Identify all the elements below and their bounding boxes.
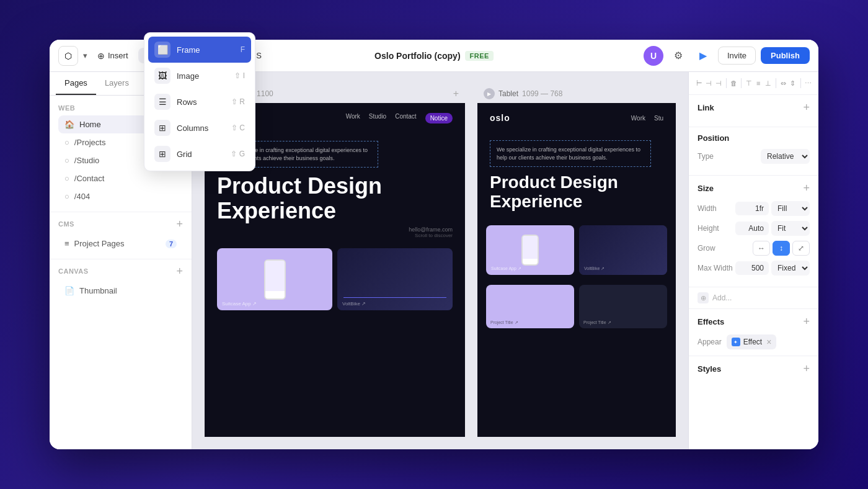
tablet-portfolio-nav: oslo Work Stu bbox=[477, 103, 676, 133]
tablet-size-range: 1099 — 768 bbox=[522, 89, 562, 98]
dropdown-columns-label: Columns bbox=[177, 123, 192, 133]
tablet-frame-wrapper: ▶ Tablet 1099 — 768 oslo Work Stu bbox=[477, 84, 676, 437]
grow-btn-shrink[interactable]: ↔ bbox=[753, 241, 770, 256]
nav-contact: Contact bbox=[395, 113, 416, 123]
nav-projects-label: /Projects bbox=[74, 138, 106, 147]
effect-label: Effect bbox=[743, 338, 762, 346]
nav-item-contact[interactable]: ○ /Contact bbox=[58, 169, 183, 187]
insert-label: Insert bbox=[108, 51, 128, 60]
columns-icon: ⊞ bbox=[154, 120, 170, 136]
size-section-title: Size bbox=[698, 184, 714, 193]
styles-add-btn[interactable]: + bbox=[803, 362, 810, 375]
max-width-mode-select[interactable]: Fixed Fill bbox=[771, 261, 810, 276]
play-button[interactable]: ▶ bbox=[693, 46, 713, 66]
canvas-area[interactable]: ▶ Desktop 1100 + oslo Work Studio Contac… bbox=[192, 72, 688, 449]
position-section-title: Position bbox=[698, 133, 729, 143]
tablet-proj-label-4: Project Title ↗ bbox=[583, 320, 611, 325]
nav-studio: Studio bbox=[369, 113, 386, 123]
align-right-btn[interactable]: ⊣ bbox=[714, 77, 723, 89]
delete-btn[interactable]: 🗑 bbox=[730, 77, 738, 89]
insert-button[interactable]: ⊕ Insert bbox=[91, 48, 135, 64]
max-width-input[interactable] bbox=[735, 261, 769, 275]
max-width-label: Max Width bbox=[698, 264, 733, 272]
effects-add-btn[interactable]: + bbox=[803, 315, 810, 328]
tablet-hero-subtitle-box: We specialize in crafting exceptional di… bbox=[490, 140, 651, 167]
circle-icon: ○ bbox=[64, 138, 69, 147]
hero-title: Product Design Experience bbox=[217, 174, 453, 223]
align-center-h-btn[interactable]: ⊣ bbox=[705, 77, 714, 89]
distribute-v-btn[interactable]: ⇕ bbox=[789, 77, 797, 89]
height-mode-select[interactable]: Fit Fixed Fill bbox=[771, 221, 810, 236]
nav-home-label: Home bbox=[79, 120, 101, 129]
link-add-btn[interactable]: + bbox=[803, 101, 810, 114]
home-icon: 🏠 bbox=[64, 120, 74, 129]
nav-item-404[interactable]: ○ /404 bbox=[58, 187, 183, 205]
dropdown-image[interactable]: 🖼 Image ⇧ I bbox=[148, 72, 192, 89]
left-panel: Pages Layers Web 🏠 Home ○ /Projects ○ bbox=[50, 72, 192, 449]
logo-dropdown-arrow[interactable]: ▾ bbox=[83, 51, 87, 60]
tab-layers[interactable]: Layers bbox=[96, 72, 138, 95]
canvas-section: Canvas + 📄 Thumbnail bbox=[50, 259, 192, 306]
toolbar-sep-4 bbox=[800, 78, 801, 88]
project-card-1: Suitcase App ↗ bbox=[217, 248, 332, 310]
cms-add-icon[interactable]: + bbox=[176, 218, 183, 230]
cms-section-label: CMS bbox=[58, 220, 74, 228]
tablet-projects-grid: Suitcase App ↗ VoltBike ↗ bbox=[477, 225, 676, 275]
add-link[interactable]: ⊕ Add... bbox=[698, 292, 732, 303]
grow-btn-expand[interactable]: ⤢ bbox=[792, 241, 810, 256]
cms-header: CMS + bbox=[58, 218, 183, 230]
grow-btn-grow[interactable]: ↕ bbox=[773, 241, 790, 256]
nav-hire[interactable]: Notice bbox=[425, 113, 453, 123]
styles-section-title: Styles bbox=[698, 364, 721, 374]
cms-item-project-pages[interactable]: ≡ Project Pages 7 bbox=[58, 235, 183, 253]
align-left-btn[interactable]: ⊢ bbox=[695, 77, 704, 89]
distribute-h-btn[interactable]: ⇔ bbox=[779, 77, 787, 89]
circle-icon-3: ○ bbox=[64, 174, 69, 183]
size-add-btn[interactable]: + bbox=[803, 182, 810, 195]
add-btn-row: ⊕ Add... bbox=[689, 287, 818, 309]
settings-button[interactable]: ⚙ bbox=[668, 46, 688, 66]
tablet-nav-studio: Stu bbox=[654, 115, 663, 122]
toolbar-sep-2 bbox=[741, 78, 742, 88]
tablet-project-1: Suitcase App ↗ bbox=[486, 225, 574, 275]
width-input[interactable] bbox=[735, 202, 769, 215]
width-row: Width Fill Fixed Fit bbox=[698, 201, 810, 216]
dropdown-rows[interactable]: ☰ Rows ⇧ R bbox=[148, 89, 192, 115]
align-top-btn[interactable]: ⊤ bbox=[745, 77, 753, 89]
tab-pages[interactable]: Pages bbox=[56, 72, 96, 95]
effect-close-btn[interactable]: × bbox=[766, 337, 771, 347]
insert-icon: ⊕ bbox=[97, 51, 105, 61]
canvas-thumbnail-item[interactable]: 📄 Thumbnail bbox=[58, 282, 183, 300]
publish-button[interactable]: Publish bbox=[761, 47, 810, 64]
width-mode-select[interactable]: Fill Fixed Fit bbox=[771, 201, 810, 216]
more-btn[interactable]: ⋯ bbox=[804, 77, 812, 89]
project-card-2: VoltBike ↗ bbox=[337, 248, 453, 310]
max-width-row: Max Width Fixed Fill bbox=[698, 261, 810, 276]
align-mid-btn[interactable]: ≡ bbox=[755, 77, 763, 89]
tablet-play-button[interactable]: ▶ bbox=[484, 88, 495, 99]
align-bottom-btn[interactable]: ⊥ bbox=[764, 77, 773, 89]
app-logo[interactable]: ⬡ bbox=[58, 46, 78, 66]
position-type-select[interactable]: Relative Absolute Fixed bbox=[761, 149, 810, 164]
desktop-add-icon[interactable]: + bbox=[453, 88, 459, 99]
effects-row: Appear ✦ Effect × bbox=[698, 334, 810, 349]
styles-section: Styles + bbox=[689, 356, 818, 388]
nav-studio-label: /Studio bbox=[74, 156, 99, 165]
link-section-title: Link bbox=[698, 103, 714, 112]
dropdown-grid[interactable]: ⊞ Grid ⇧ G bbox=[148, 141, 192, 167]
effects-section: Effects + Appear ✦ Effect × bbox=[689, 309, 818, 356]
dropdown-columns[interactable]: ⊞ Columns ⇧ C bbox=[148, 115, 192, 141]
height-input[interactable] bbox=[735, 222, 769, 235]
tablet-oslo-logo: oslo bbox=[490, 113, 510, 123]
canvas-add-icon[interactable]: + bbox=[176, 266, 183, 277]
tablet-frame-header: ▶ Tablet 1099 — 768 bbox=[477, 84, 676, 103]
tablet-phone-1 bbox=[521, 235, 539, 266]
toolbar-sep-3 bbox=[776, 78, 776, 88]
tablet-hero-subtitle: We specialize in crafting exceptional di… bbox=[497, 146, 644, 161]
invite-button[interactable]: Invite bbox=[718, 47, 756, 65]
database-icon: ≡ bbox=[64, 239, 69, 248]
project-label-2: VoltBike ↗ bbox=[342, 301, 366, 307]
nav-404-label: /404 bbox=[74, 192, 90, 201]
project-pages-label: Project Pages bbox=[74, 239, 125, 248]
avatar[interactable]: U bbox=[644, 46, 663, 66]
